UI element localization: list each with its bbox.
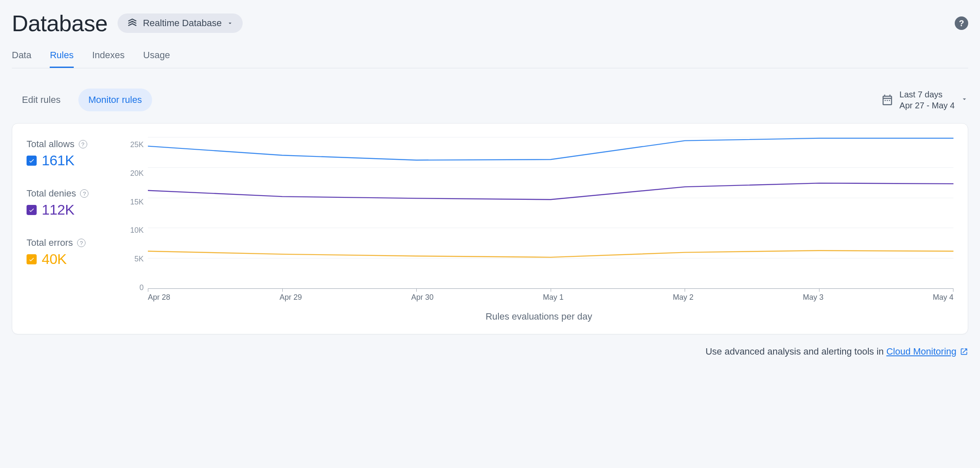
legend-label: Total allows — [27, 139, 75, 150]
tab-bar: Data Rules Indexes Usage — [12, 46, 968, 68]
y-axis-ticks: 25K 20K 15K 10K 5K 0 — [124, 137, 144, 289]
allows-checkbox[interactable] — [27, 156, 37, 166]
date-preset: Last 7 days — [900, 89, 955, 100]
help-icon[interactable]: ? — [77, 239, 86, 247]
svg-rect-1 — [887, 100, 888, 101]
svg-rect-2 — [889, 100, 890, 101]
tab-rules[interactable]: Rules — [50, 46, 73, 68]
tab-indexes[interactable]: Indexes — [92, 46, 125, 68]
date-range-picker[interactable]: Last 7 days Apr 27 - May 4 — [881, 89, 968, 111]
external-link-icon — [960, 347, 968, 356]
chart-legend: Total allows ? 161K Total denies ? — [27, 137, 111, 322]
svg-rect-0 — [885, 100, 886, 101]
errors-value: 40K — [42, 251, 67, 267]
database-selector[interactable]: Realtime Database — [118, 13, 243, 33]
errors-checkbox[interactable] — [27, 254, 37, 264]
help-icon[interactable]: ? — [955, 16, 968, 30]
chevron-down-icon — [961, 95, 968, 105]
page-title: Database — [12, 10, 107, 36]
realtime-database-icon — [127, 18, 138, 29]
tab-usage[interactable]: Usage — [143, 46, 170, 68]
subtab-edit-rules[interactable]: Edit rules — [12, 89, 71, 111]
denies-checkbox[interactable] — [27, 205, 37, 215]
help-icon[interactable]: ? — [80, 189, 88, 198]
legend-label: Total errors — [27, 237, 73, 248]
allows-value: 161K — [42, 152, 74, 169]
legend-item-errors: Total errors ? 40K — [27, 237, 111, 267]
x-axis-ticks: Apr 28Apr 29Apr 30May 1May 2May 3May 4 — [148, 293, 953, 302]
cloud-monitoring-link[interactable]: Cloud Monitoring — [886, 346, 968, 357]
chart-plot — [148, 137, 953, 289]
legend-item-denies: Total denies ? 112K — [27, 188, 111, 218]
monitor-rules-card: Total allows ? 161K Total denies ? — [12, 123, 968, 334]
date-range: Apr 27 - May 4 — [900, 100, 955, 111]
denies-value: 112K — [42, 202, 74, 218]
tab-data[interactable]: Data — [12, 46, 31, 68]
calendar-icon — [881, 94, 894, 106]
legend-label: Total denies — [27, 188, 76, 199]
chevron-down-icon — [227, 20, 233, 27]
x-axis-label: Rules evaluations per day — [124, 311, 953, 322]
chart: 25K 20K 15K 10K 5K 0 — [124, 137, 953, 322]
legend-item-allows: Total allows ? 161K — [27, 139, 111, 169]
database-selector-label: Realtime Database — [143, 18, 222, 29]
subtab-monitor-rules[interactable]: Monitor rules — [78, 89, 152, 111]
footer-text: Use advanced analysis and alerting tools… — [705, 346, 886, 357]
help-icon[interactable]: ? — [79, 140, 87, 148]
